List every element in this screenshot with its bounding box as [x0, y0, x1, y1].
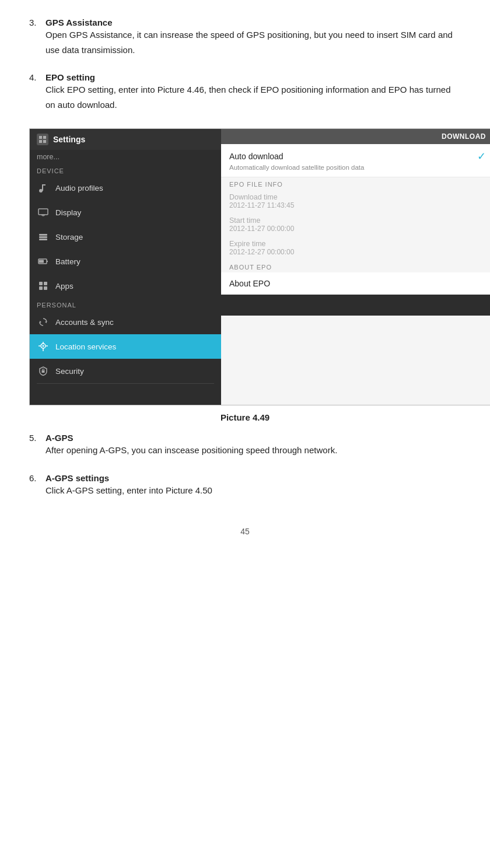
location-icon — [37, 340, 50, 353]
svg-rect-19 — [44, 286, 47, 290]
svg-rect-9 — [43, 216, 44, 216]
auto-download-subtitle: Automatically download satellite positio… — [229, 164, 486, 171]
right-panel-bottom — [221, 295, 490, 316]
page-number: 45 — [29, 527, 461, 536]
sidebar-item-display[interactable]: Display — [30, 200, 221, 225]
storage-label: Storage — [55, 233, 83, 242]
sidebar-item-storage[interactable]: Storage — [30, 225, 221, 249]
svg-marker-20 — [45, 321, 47, 323]
download-time-label: Download time — [229, 193, 486, 201]
sidebar-bottom — [30, 384, 221, 405]
about-epo-section-label: ABOUT EPO — [221, 259, 490, 272]
svg-rect-6 — [42, 184, 46, 186]
svg-rect-16 — [39, 282, 43, 285]
item4-number: 4. — [29, 72, 46, 82]
svg-rect-14 — [47, 261, 48, 262]
svg-point-23 — [43, 345, 44, 347]
settings-window: Settings more... DEVICE Audio profiles D… — [30, 129, 490, 405]
picture-caption: Picture 4.49 — [29, 412, 461, 422]
display-label: Display — [55, 208, 81, 217]
svg-rect-11 — [39, 236, 47, 238]
music-note-icon — [37, 181, 50, 194]
svg-rect-0 — [39, 136, 42, 139]
item3-body: Open GPS Assistance, it can insrease the… — [46, 27, 461, 57]
svg-rect-7 — [38, 209, 48, 215]
personal-section-label: PERSONAL — [30, 298, 221, 310]
battery-icon — [37, 255, 50, 268]
expire-time-label: Expire time — [229, 240, 486, 248]
item4-body: Click EPO setting, enter into Picture 4.… — [46, 82, 461, 112]
apps-label: Apps — [55, 282, 74, 290]
sidebar-item-audio-profiles[interactable]: Audio profiles — [30, 176, 221, 200]
svg-rect-2 — [39, 140, 42, 143]
apps-icon — [37, 279, 50, 292]
svg-rect-8 — [41, 215, 45, 216]
item6-number: 6. — [29, 473, 46, 483]
item5-title: A-GPS — [46, 433, 337, 443]
sidebar-settings-title: Settings — [53, 135, 85, 144]
sidebar-item-location-services[interactable]: Location services — [30, 334, 221, 359]
svg-rect-3 — [43, 140, 46, 143]
sidebar-header: Settings — [30, 129, 221, 150]
display-icon — [37, 206, 50, 219]
sidebar-item-apps[interactable]: Apps — [30, 274, 221, 298]
auto-download-item[interactable]: Auto download ✓ Automatically download s… — [221, 144, 490, 177]
start-time-value: 2012-11-27 00:00:00 — [229, 225, 486, 233]
location-services-label: Location services — [55, 342, 116, 351]
audio-profiles-label: Audio profiles — [55, 184, 103, 192]
settings-icon — [37, 134, 48, 145]
item5-body: After opening A-GPS, you can inscease po… — [46, 443, 337, 458]
sidebar-item-accounts-sync[interactable]: Accounts & sync — [30, 310, 221, 334]
download-time-field: Download time 2012-11-27 11:43:45 — [221, 189, 490, 212]
item6-body: Click A-GPS setting, enter into Picture … — [46, 483, 212, 498]
download-button[interactable]: DOWNLOAD — [442, 132, 486, 141]
item3-number: 3. — [29, 18, 46, 27]
expire-time-field: Expire time 2012-12-27 00:00:00 — [221, 236, 490, 259]
svg-rect-10 — [39, 234, 47, 236]
auto-download-checkmark: ✓ — [477, 150, 486, 163]
item4-title: EPO setting — [46, 72, 461, 82]
settings-sidebar: Settings more... DEVICE Audio profiles D… — [30, 129, 221, 405]
svg-rect-28 — [42, 370, 45, 373]
battery-label: Battery — [55, 257, 80, 266]
epo-file-info-label: EPO FILE INFO — [229, 181, 486, 188]
storage-icon — [37, 230, 50, 243]
sidebar-item-security[interactable]: Security — [30, 359, 221, 383]
start-time-label: Start time — [229, 216, 486, 225]
sidebar-item-battery[interactable]: Battery — [30, 249, 221, 274]
right-panel-header: DOWNLOAD — [221, 129, 490, 144]
sidebar-more[interactable]: more... — [30, 150, 221, 164]
device-section-label: DEVICE — [30, 164, 221, 176]
svg-rect-18 — [39, 286, 43, 290]
about-epo-item[interactable]: About EPO — [221, 272, 490, 295]
screenshot-container: Settings more... DEVICE Audio profiles D… — [29, 128, 490, 405]
item6-title: A-GPS settings — [46, 473, 212, 483]
download-time-value: 2012-11-27 11:43:45 — [229, 201, 486, 209]
security-label: Security — [55, 367, 84, 376]
svg-rect-15 — [39, 260, 44, 263]
settings-right-panel: DOWNLOAD Auto download ✓ Automatically d… — [221, 129, 490, 405]
sync-icon — [37, 316, 50, 328]
item3-title: GPS Assistance — [46, 18, 461, 27]
item5-number: 5. — [29, 433, 46, 443]
svg-rect-12 — [39, 239, 47, 240]
accounts-sync-label: Accounts & sync — [55, 318, 114, 327]
svg-marker-21 — [40, 321, 41, 323]
security-icon — [37, 365, 50, 377]
svg-rect-1 — [43, 136, 46, 139]
start-time-field: Start time 2012-11-27 00:00:00 — [221, 212, 490, 236]
epo-file-info-section: EPO FILE INFO — [221, 177, 490, 189]
svg-rect-17 — [44, 282, 47, 285]
expire-time-value: 2012-12-27 00:00:00 — [229, 248, 486, 256]
auto-download-title: Auto download ✓ — [229, 150, 486, 163]
